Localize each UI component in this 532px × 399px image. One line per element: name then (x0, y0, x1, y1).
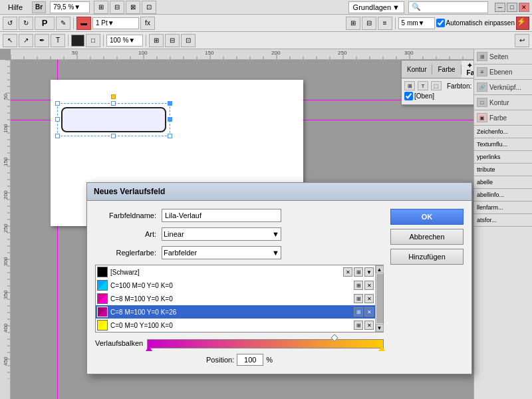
color-del-selected[interactable]: ✕ (364, 307, 374, 317)
percent-arrow: ▼ (128, 37, 135, 44)
color-del-yellow[interactable]: ✕ (364, 321, 374, 330)
color-list-scrollbar[interactable]: ▲ ▼ (375, 265, 383, 332)
panel-verknuepf[interactable]: 🔗 Verknüpf... (474, 80, 532, 95)
align-tool3[interactable]: ⊡ (181, 34, 196, 47)
tool-redo[interactable]: ↻ (19, 17, 33, 30)
handle-mr[interactable] (168, 117, 172, 122)
tool-3[interactable]: ✎ (56, 17, 70, 30)
tool-fx[interactable]: fx (140, 17, 155, 30)
menu-hilfe[interactable]: Hilfe (3, 2, 28, 13)
handle-tc[interactable] (111, 101, 116, 106)
oben-checkbox[interactable] (404, 92, 413, 100)
panel-farbe[interactable]: ▣ Farbe (474, 110, 532, 126)
handle-tr[interactable] (168, 101, 172, 106)
abbrechen-button[interactable]: Abbrechen (390, 229, 464, 245)
color-edit-yellow[interactable]: ⊞ (354, 321, 363, 330)
corner-btn[interactable]: ↩ (515, 34, 529, 47)
art-dropdown[interactable]: Linear ▼ (162, 227, 281, 241)
panel-abelle[interactable]: abelle (474, 176, 532, 189)
handle-tl[interactable] (55, 101, 60, 106)
color-item-magenta[interactable]: C=8 M=100 Y=0 K=0 ⊞ ✕ (96, 292, 375, 305)
scroll-up[interactable]: ▲ (376, 265, 384, 273)
position-input[interactable] (237, 354, 263, 366)
workspace-dropdown[interactable]: Grundlagen ▼ (348, 1, 404, 13)
handle-ml[interactable] (55, 117, 60, 122)
right-panel: ⊞ Seiten ≡ Ebenen 🔗 Verknüpf... □ (473, 49, 532, 399)
color-edit-selected[interactable]: ⊞ (354, 307, 363, 317)
ok-button[interactable]: OK (390, 209, 464, 225)
tool-direct[interactable]: ↗ (19, 34, 33, 47)
fill-color[interactable] (71, 35, 84, 47)
handle-br[interactable] (168, 134, 172, 138)
panel-zeichenfo[interactable]: Zeichenfo... (474, 126, 532, 138)
tool-select[interactable]: ↖ (3, 34, 17, 47)
gradient-bar[interactable] (147, 339, 384, 348)
tool-type[interactable]: P (35, 17, 55, 30)
panel-yperlinks[interactable]: yperlinks (474, 151, 532, 164)
panel-llenform[interactable]: llenfarm... (474, 201, 532, 214)
menu-bar: Hilfe Br 79,5 % ▼ ⊞ ⊟ ⊠ ⊡ Grundlagen ▼ 🔍… (0, 0, 532, 15)
color-del-cyan[interactable]: ✕ (364, 281, 374, 290)
panel-ebenen[interactable]: ≡ Ebenen (474, 65, 532, 80)
tool-btn-2[interactable]: ⊟ (110, 1, 124, 14)
align-right[interactable]: ≡ (378, 17, 392, 30)
selected-object[interactable] (57, 103, 170, 136)
color-del-schwarz[interactable]: ✕ (343, 267, 352, 277)
maximize-button[interactable]: □ (507, 3, 517, 12)
float-icon-3[interactable]: ⬚ (431, 81, 442, 90)
float-icon-2[interactable]: T (418, 81, 428, 90)
tab-farbe[interactable]: Farbe (432, 65, 461, 74)
color-more-schwarz[interactable]: ▼ (364, 267, 374, 277)
minimize-button[interactable]: ─ (495, 3, 505, 12)
size-dropdown[interactable]: 5 mm ▼ (398, 17, 435, 29)
panel-ttribute[interactable]: ttribute (474, 164, 532, 176)
tool-text[interactable]: T (51, 34, 65, 47)
hinzufuegen-button[interactable]: Hinzufügen (390, 249, 464, 265)
color-item-yellow[interactable]: C=0 M=0 Y=100 K=0 ⊞ ✕ (96, 319, 375, 332)
percent-dropdown[interactable]: 100 % ▼ (106, 35, 143, 47)
handle-rotate[interactable] (111, 94, 116, 99)
color-del-magenta[interactable]: ✕ (364, 294, 374, 303)
zoom-dropdown[interactable]: 79,5 % ▼ (50, 1, 90, 13)
color-item-schwarz[interactable]: [Schwarz] ✕ ⊞ ▼ (96, 265, 375, 279)
align-center[interactable]: ⊟ (362, 17, 376, 30)
handle-bl[interactable] (55, 134, 60, 138)
gradient-bar-container[interactable] (147, 336, 384, 350)
close-button[interactable]: ✕ (519, 3, 529, 12)
reglerfarbe-dropdown[interactable]: Farbfelder ▼ (162, 246, 281, 259)
color-edit-schwarz[interactable]: ⊞ (354, 267, 363, 277)
search-box[interactable]: 🔍 (408, 1, 488, 13)
align-tool1[interactable]: ⊞ (149, 34, 164, 47)
panel-seiten[interactable]: ⊞ Seiten (474, 49, 532, 65)
tool-btn-4[interactable]: ⊡ (142, 1, 156, 14)
tool-pen[interactable]: ✒ (35, 34, 49, 47)
atsfor-label: atsfor... (477, 217, 497, 223)
align-tool2[interactable]: ⊟ (165, 34, 180, 47)
farbfeldname-input[interactable] (162, 209, 281, 222)
gradient-stop-right[interactable] (378, 344, 385, 351)
tab-kontur[interactable]: Kontur (402, 65, 432, 74)
tool-arrow[interactable]: ↺ (3, 17, 17, 30)
panel-textumflu[interactable]: Textumflu... (474, 138, 532, 151)
scroll-thumb[interactable] (376, 274, 383, 323)
handle-bc[interactable] (111, 134, 116, 138)
tool-btn-1[interactable]: ⊞ (94, 1, 108, 14)
panel-atsfor[interactable]: atsfor... (474, 214, 532, 227)
panel-kontur[interactable]: □ Kontur (474, 95, 532, 110)
color-item-selected[interactable]: C=8 M=100 Y=0 K=26 ⊞ ✕ (96, 305, 375, 319)
gradient-stop-left[interactable] (146, 344, 152, 351)
tool-btn-3[interactable]: ⊠ (126, 1, 140, 14)
float-icon-1[interactable]: ⊞ (404, 81, 415, 90)
stroke-btn[interactable]: □ (86, 34, 100, 47)
scroll-down[interactable]: ▼ (376, 324, 384, 332)
color-edit-cyan[interactable]: ⊞ (354, 281, 363, 290)
panel-abellinfo[interactable]: abellinfo... (474, 189, 532, 201)
br-button[interactable]: Br (32, 1, 46, 13)
align-left[interactable]: ⊞ (346, 17, 360, 30)
color-edit-magenta[interactable]: ⊞ (354, 294, 363, 303)
color-item-cyan[interactable]: C=100 M=0 Y=0 K=0 ⊞ ✕ (96, 279, 375, 292)
stroke-weight-dropdown[interactable]: 1 Pt ▼ (92, 17, 139, 29)
stroke-color[interactable]: ▬ (76, 17, 91, 30)
lightning-btn[interactable]: ⚡ (516, 17, 529, 30)
auto-fit-checkbox[interactable] (436, 19, 445, 27)
